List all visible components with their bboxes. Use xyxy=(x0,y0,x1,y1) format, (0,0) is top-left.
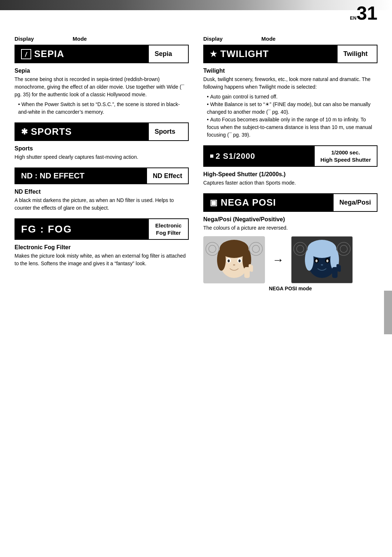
sepia-bullets: When the Power Switch is set to “D.S.C.”… xyxy=(15,101,189,116)
page-number: EN31 xyxy=(350,4,377,23)
top-gradient-bar xyxy=(0,0,392,10)
nd-mode-bar: ND : ND EFFECT ND Effect xyxy=(15,167,189,184)
nd-text: A black mist darkens the picture, as whe… xyxy=(15,197,189,212)
high-speed-display: ■ 2 S1/2000 xyxy=(204,146,314,166)
en-label: EN xyxy=(350,15,356,21)
fg-display-label: FG : FOG xyxy=(21,223,72,235)
nega-text: The colours of a picture are reversed. xyxy=(203,224,377,232)
side-tab xyxy=(384,291,392,334)
svg-rect-16 xyxy=(250,265,253,272)
sports-mode-label: Sports xyxy=(148,123,188,140)
high-speed-heading: High-Speed Shutter (1/2000s.) xyxy=(203,171,377,178)
sports-display-label: SPORTS xyxy=(31,126,72,137)
nega-display: ▣ NEGA POSI xyxy=(204,194,333,211)
fg-text: Makes the picture look misty white, as w… xyxy=(15,252,189,267)
left-display-header: Display xyxy=(15,36,73,42)
column-headers: Display Mode Display Mode xyxy=(15,36,377,42)
nega-icon: ▣ xyxy=(210,198,218,207)
fg-mode-bar: FG : FOG Electronic Fog Filter xyxy=(15,218,189,240)
left-column: / SEPIA Sepia Sepia The scene being shot… xyxy=(15,45,189,298)
svg-point-30 xyxy=(321,264,323,266)
high-speed-mode-line2: High Speed Shutter xyxy=(320,156,371,164)
sports-text: High shutter speed clearly captures fast… xyxy=(15,153,189,161)
twilight-section: ★ TWILIGHT Twilight Twilight Dusk, twili… xyxy=(203,45,377,139)
twilight-bullet-2: White Balance is set to “☀︎” (FINE day m… xyxy=(207,101,377,116)
page-num: 31 xyxy=(356,3,377,24)
twilight-mode-label: Twilight xyxy=(337,45,377,62)
twilight-icon: ★ xyxy=(210,49,217,59)
sepia-bullet-1: When the Power Switch is set to “D.S.C.”… xyxy=(18,101,189,116)
nd-mode-label: ND Effect xyxy=(146,168,188,183)
left-mode-header: Mode xyxy=(73,36,87,42)
sports-mode-bar: ✱ SPORTS Sports xyxy=(15,122,189,141)
sports-heading: Sports xyxy=(15,145,189,152)
high-speed-text: Captures faster action than Sports mode. xyxy=(203,179,377,187)
high-speed-mode-label: 1/2000 sec. High Speed Shutter xyxy=(314,146,377,166)
shutter-icon: ■ xyxy=(210,152,214,160)
twilight-heading: Twilight xyxy=(203,68,377,74)
fg-mode-line2: Fog Filter xyxy=(156,229,181,237)
main-content: Display Mode Display Mode / SEPIA Sepia … xyxy=(0,10,392,312)
twilight-display-label: TWILIGHT xyxy=(220,48,269,60)
nega-images-row: → xyxy=(203,236,377,283)
fg-fog-section: FG : FOG Electronic Fog Filter Electroni… xyxy=(15,218,189,267)
nega-display-label: NEGA POSI xyxy=(221,197,276,208)
twilight-text: Dusk, twilight scenery, fireworks, etc.,… xyxy=(203,76,377,91)
svg-point-13 xyxy=(233,264,235,266)
two-column-layout: / SEPIA Sepia Sepia The scene being shot… xyxy=(15,45,377,298)
right-col-headers: Display Mode xyxy=(203,36,377,42)
right-display-header: Display xyxy=(203,36,261,42)
nd-effect-section: ND : ND EFFECT ND Effect ND Effect A bla… xyxy=(15,167,189,212)
nd-display-label: ND : ND EFFECT xyxy=(21,171,85,181)
svg-point-24 xyxy=(305,249,314,271)
sepia-mode-bar: / SEPIA Sepia xyxy=(15,45,189,63)
nd-display: ND : ND EFFECT xyxy=(15,168,146,183)
svg-point-28 xyxy=(315,259,318,262)
sepia-display-label: SEPIA xyxy=(34,48,64,60)
sepia-heading: Sepia xyxy=(15,68,189,74)
svg-point-11 xyxy=(228,259,230,262)
svg-point-12 xyxy=(238,259,241,262)
sports-icon: ✱ xyxy=(21,127,28,137)
sports-section: ✱ SPORTS Sports Sports High shutter spee… xyxy=(15,122,189,161)
sepia-display: / SEPIA xyxy=(15,45,148,62)
fg-mode-line1: Electronic xyxy=(155,222,182,229)
twilight-bullets: Auto gain control is turned off. White B… xyxy=(203,93,377,139)
twilight-bullet-1: Auto gain control is turned off. xyxy=(207,93,377,101)
sepia-icon: / xyxy=(21,49,31,59)
sports-display: ✱ SPORTS xyxy=(15,123,148,140)
fg-heading: Electronic Fog Filter xyxy=(15,244,189,251)
fg-mode-label: Electronic Fog Filter xyxy=(148,219,188,239)
sepia-section: / SEPIA Sepia Sepia The scene being shot… xyxy=(15,45,189,116)
right-column: ★ TWILIGHT Twilight Twilight Dusk, twili… xyxy=(203,45,377,298)
high-speed-mode-line1: 1/2000 sec. xyxy=(331,149,360,156)
high-speed-section: ■ 2 S1/2000 1/2000 sec. High Speed Shutt… xyxy=(203,145,377,187)
nega-normal-image xyxy=(203,236,265,283)
nega-caption: NEGA POSI mode xyxy=(203,286,377,291)
nega-inverted-image xyxy=(291,236,353,283)
nd-heading: ND Effect xyxy=(15,189,189,195)
svg-rect-33 xyxy=(338,265,341,272)
nega-mode-label: Nega/Posi xyxy=(333,194,377,211)
nega-heading: Nega/Posi (Negative/Positive) xyxy=(203,216,377,223)
nega-posi-section: ▣ NEGA POSI Nega/Posi Nega/Posi (Negativ… xyxy=(203,193,377,291)
svg-point-29 xyxy=(326,259,328,262)
nega-arrow: → xyxy=(272,253,284,267)
right-mode-header: Mode xyxy=(261,36,275,42)
twilight-bullet-3: Auto Focus becomes available only in the… xyxy=(207,116,377,139)
high-speed-mode-bar: ■ 2 S1/2000 1/2000 sec. High Speed Shutt… xyxy=(203,145,377,167)
twilight-display: ★ TWILIGHT xyxy=(204,45,337,62)
sepia-text: The scene being shot is recorded in sepi… xyxy=(15,76,189,98)
twilight-mode-bar: ★ TWILIGHT Twilight xyxy=(203,45,377,63)
left-col-headers: Display Mode xyxy=(15,36,189,42)
sepia-mode-label: Sepia xyxy=(148,45,188,62)
fg-display: FG : FOG xyxy=(15,219,148,239)
nega-mode-bar: ▣ NEGA POSI Nega/Posi xyxy=(203,193,377,212)
high-speed-display-label: 2 S1/2000 xyxy=(216,152,255,161)
svg-point-7 xyxy=(217,249,226,271)
